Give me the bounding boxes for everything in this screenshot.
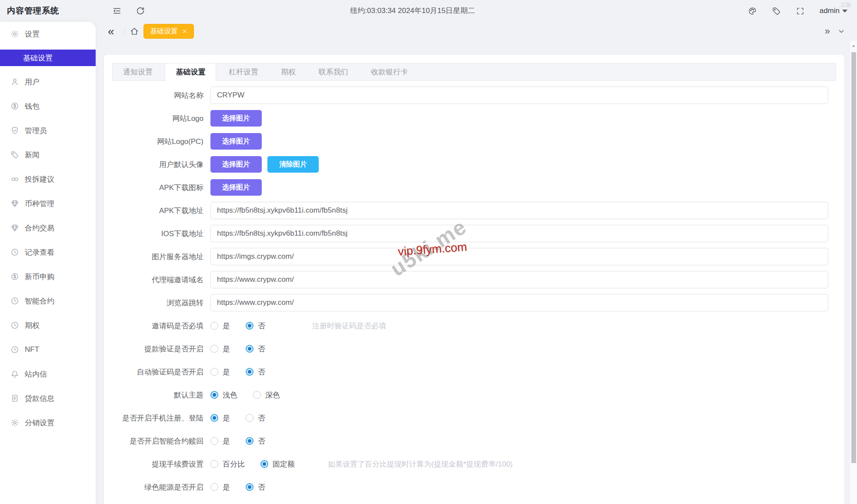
tab-basic-settings[interactable]: 基础设置: [165, 63, 216, 81]
sidebar-item-admins[interactable]: 管理员: [0, 118, 96, 143]
tab-contact-us[interactable]: 联系我们: [308, 63, 359, 81]
radio-percentage[interactable]: 百分比: [210, 459, 245, 469]
diamond-icon: [10, 199, 19, 208]
sidebar-item-label: 站内信: [25, 369, 47, 379]
radio-no[interactable]: 否: [246, 367, 265, 377]
select-image-button[interactable]: 选择图片: [210, 156, 262, 173]
radio-yes[interactable]: 是: [210, 482, 230, 492]
double-left-arrow-icon[interactable]: «: [108, 24, 114, 38]
radio-yes[interactable]: 是: [210, 413, 230, 423]
tab-bank-cards[interactable]: 收款银行卡: [360, 63, 418, 81]
home-icon[interactable]: [130, 27, 139, 36]
apk-url-input[interactable]: [210, 202, 828, 219]
tab-notify-settings[interactable]: 通知设置: [113, 63, 163, 81]
divider: [124, 27, 125, 36]
sidebar-item-label: 设置: [25, 29, 40, 39]
ios-url-input[interactable]: [210, 225, 828, 242]
app-title: 内容管理系统: [7, 5, 59, 17]
refresh-icon[interactable]: [136, 6, 145, 16]
sidebar-item-contract-trade[interactable]: 合约交易: [0, 216, 96, 240]
radio-yes[interactable]: 是: [210, 344, 230, 354]
collapse-menu-icon[interactable]: [112, 6, 122, 16]
form-row: 是否开启手机注册、登陆 是 否: [112, 409, 836, 427]
tab-leverage-settings[interactable]: 杠杆设置: [218, 63, 269, 81]
sidebar-item-settings[interactable]: 设置: [0, 22, 96, 46]
page-scrollbar: ▲: [850, 41, 857, 504]
sidebar-item-feedback[interactable]: 投拆建议: [0, 167, 96, 191]
radio-no[interactable]: 否: [246, 482, 265, 492]
close-icon[interactable]: ✕: [182, 28, 187, 35]
tab-options[interactable]: 期权: [270, 63, 306, 81]
gear-icon: [10, 418, 19, 427]
field-label: 提现手续费设置: [112, 459, 210, 469]
coin-icon: [10, 272, 19, 281]
radio-circle-icon: [210, 483, 218, 491]
clear-image-button[interactable]: 清除图片: [267, 156, 319, 173]
radio-no[interactable]: 否: [246, 344, 265, 354]
select-image-button[interactable]: 选择图片: [210, 133, 262, 150]
field-label: 浏览器跳转: [112, 298, 210, 308]
sidebar-item-basic-settings-active[interactable]: 基础设置: [0, 50, 96, 66]
radio-no[interactable]: 否: [246, 436, 265, 446]
sidebar-item-loan-info[interactable]: 贷款信息: [0, 386, 96, 411]
radio-yes[interactable]: 是: [210, 436, 230, 446]
form-row: 用户默认头像 选择图片 清除图片: [112, 156, 836, 173]
image-server-input[interactable]: [210, 248, 828, 265]
field-label: 网站名称: [112, 90, 210, 100]
active-route-tag[interactable]: 基础设置 ✕: [143, 24, 194, 39]
radio-circle-icon: [210, 345, 218, 353]
radio-circle-icon: [210, 368, 218, 376]
sidebar-item-currency-mgmt[interactable]: 币种管理: [0, 191, 96, 216]
radio-dark-theme[interactable]: 深色: [253, 390, 280, 400]
sidebar-item-users[interactable]: 用户: [0, 70, 96, 94]
tag-icon[interactable]: [772, 7, 781, 16]
sidebar-item-new-coin[interactable]: 新币申购: [0, 264, 96, 289]
radio-circle-icon: [210, 322, 218, 330]
browser-redirect-input[interactable]: [210, 294, 828, 311]
sidebar-item-wallet[interactable]: 钱包: [0, 94, 96, 118]
chevron-down-icon[interactable]: [837, 27, 846, 36]
sidebar-item-news[interactable]: 新闻: [0, 143, 96, 167]
radio-circle-icon: [210, 391, 218, 399]
form-row: 提款验证是否开启 是 否: [112, 340, 836, 357]
sidebar-item-records[interactable]: 记录查看: [0, 240, 96, 264]
fullscreen-icon[interactable]: [796, 7, 805, 16]
site-name-input[interactable]: [210, 87, 828, 104]
username: admin: [820, 7, 840, 15]
field-label: IOS下载地址: [112, 229, 210, 239]
sidebar-item-smart-contract[interactable]: 智能合约: [0, 289, 96, 313]
form-row: 网站名称: [112, 87, 836, 104]
scrollbar-up-arrow[interactable]: ▲: [850, 43, 857, 48]
double-right-arrow-icon[interactable]: »: [825, 25, 830, 37]
sidebar-item-label: 管理员: [25, 126, 47, 136]
clock-display: 纽约:03:03:34 2024年10月15日星期二: [350, 0, 475, 22]
sidebar-item-nft[interactable]: NFT: [0, 337, 96, 362]
sidebar-item-label: 合约交易: [25, 223, 54, 233]
sidebar-item-distribution[interactable]: 分销设置: [0, 411, 96, 435]
agent-domain-input[interactable]: [210, 271, 828, 288]
sidebar-item-options[interactable]: 期权: [0, 313, 96, 337]
radio-yes[interactable]: 是: [210, 321, 230, 331]
select-image-button[interactable]: 选择图片: [210, 179, 262, 196]
theme-palette-icon[interactable]: [748, 7, 757, 16]
select-image-button[interactable]: 选择图片: [210, 110, 262, 127]
radio-circle-icon: [246, 437, 253, 445]
radio-no[interactable]: 否: [246, 413, 265, 423]
radio-circle-icon: [210, 460, 218, 468]
radio-light-theme[interactable]: 浅色: [210, 390, 237, 400]
radio-circle-icon: [246, 345, 253, 353]
sidebar-item-messages[interactable]: 站内信: [0, 362, 96, 386]
sidebar-item-label: 用户: [25, 77, 40, 87]
field-hint: 注册时验证码是否必填: [312, 321, 386, 331]
radio-fixed-amount[interactable]: 固定额: [260, 459, 295, 469]
field-label: 代理端邀请域名: [112, 275, 210, 285]
settings-tabs: 通知设置 基础设置 杠杆设置 期权 联系我们 收款银行卡: [112, 63, 836, 81]
shield-icon: [10, 126, 19, 135]
radio-yes[interactable]: 是: [210, 367, 230, 377]
radio-no[interactable]: 否: [246, 321, 265, 331]
history-icon: [10, 345, 19, 354]
radio-circle-icon: [246, 414, 253, 422]
sidebar-menu: 设置 基础设置 用户 钱包 管理员 新闻 投拆: [0, 22, 96, 504]
basic-settings-form: 网站名称 网站Logo 选择图片 网站Logo(PC) 选择图片 用户默认头像 …: [112, 87, 836, 496]
scrollbar-thumb[interactable]: [851, 52, 856, 463]
